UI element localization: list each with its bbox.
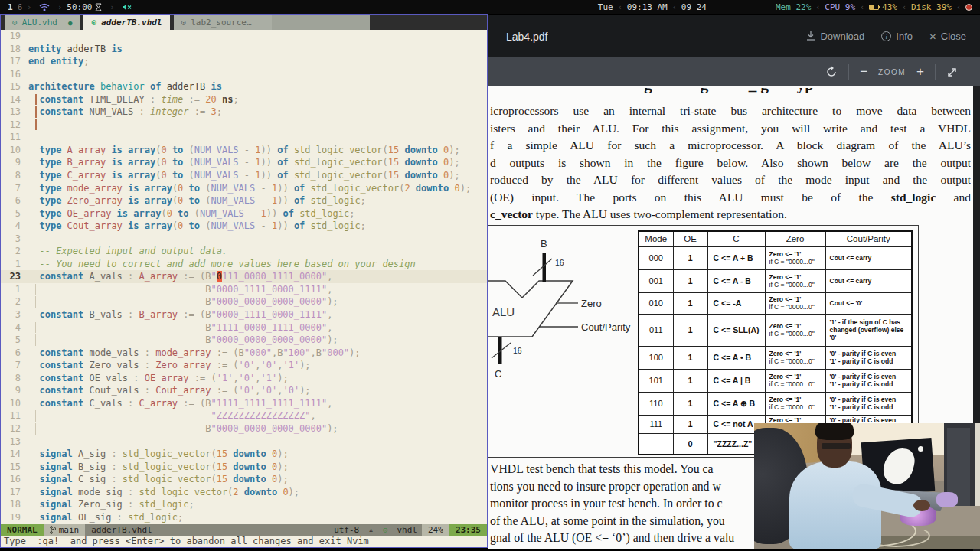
code-line[interactable]: 10 constant C_vals : C_array := (B"1111_… — [1, 397, 487, 410]
code-line[interactable]: 1 B"0000_1111_0000_1111", — [1, 283, 487, 296]
tabline-filler — [370, 15, 487, 30]
line-number: 14 — [2, 448, 28, 461]
code-line[interactable]: 4 B"1111_0000_1111_0000", — [1, 321, 487, 334]
line-number: 6 — [2, 347, 28, 360]
table-cell: Cout <= '0' — [825, 292, 912, 314]
code-line[interactable]: 10 type A_array is array(0 to (NUM_VALS … — [1, 144, 487, 157]
code-line[interactable]: 3 — [1, 233, 487, 246]
code-line[interactable]: 7 constant Zero_vals : Zero_array := ('0… — [1, 359, 487, 372]
code-line[interactable]: 11 "ZZZZZZZZZZZZZZZZ", — [1, 409, 487, 422]
file-encoding: utf-8 — [329, 524, 364, 536]
code-line[interactable]: 2 B"0000_0000_0000_0000"); — [1, 295, 487, 308]
table-row-mode-010: 0101C <= -AZero <= '1'if C = "0000...0"C… — [639, 292, 912, 314]
table-cell: C <= A • B — [707, 346, 765, 369]
code-line[interactable]: 16 — [1, 68, 487, 81]
workspace-other[interactable]: 6 — [18, 2, 23, 12]
separator: ‹ — [956, 3, 961, 11]
code-line[interactable]: 8 constant OE_vals : OE_array := ('1','0… — [1, 372, 487, 385]
code-line[interactable]: 15architecture behavior of adderTB is — [1, 80, 487, 93]
tab-alu-vhd[interactable]: ⊙ALU.vhd● — [5, 15, 80, 30]
code-line[interactable]: 14 constant TIME_DELAY : time := 20 ns; — [1, 93, 487, 106]
tab-label: adderTB.vhdl — [101, 18, 162, 28]
mute-icon[interactable] — [122, 3, 132, 11]
code-line[interactable]: 4 type Cout_array is array(0 to (NUM_VAL… — [1, 220, 487, 233]
table-cell: C <= A | B — [707, 369, 765, 392]
table-cell: '0' - parity if C is even'1' - parity if… — [825, 346, 912, 369]
editor-window: ⊙ALU.vhd●⊙adderTB.vhdl⊙lab2_source… 1918… — [0, 14, 488, 548]
table-cell: 1 — [673, 346, 707, 369]
indent-guide — [35, 334, 36, 346]
code-line[interactable]: 17end entity; — [1, 55, 487, 68]
code-line[interactable]: 5 type OE_array is array(0 to (NUM_VALS … — [1, 207, 487, 220]
filetype-label: vhdl — [393, 524, 423, 536]
line-number: 7 — [2, 182, 28, 195]
code-line[interactable]: 1 -- You need to correct and add more va… — [1, 258, 487, 271]
zoom-in-button[interactable]: + — [916, 64, 924, 80]
code-line[interactable]: 3 constant B_vals : B_array := (B"0000_1… — [1, 308, 487, 321]
record-icon[interactable] — [965, 4, 972, 11]
code-line[interactable]: 14 signal A_sig : std_logic_vector(15 do… — [1, 448, 487, 461]
command-line-message[interactable]: Type :qa! and press <Enter> to abandon a… — [1, 536, 487, 547]
zoom-out-button[interactable]: − — [860, 64, 867, 80]
line-number: 11 — [2, 131, 28, 144]
info-button[interactable]: i Info — [881, 31, 913, 42]
code-line[interactable]: 13 constant NUM_VALS : integer := 3; — [1, 106, 487, 119]
code-line[interactable]: 8 type C_array is array(0 to (NUM_VALS -… — [1, 169, 487, 182]
tab-lab2-source-[interactable]: ⊙lab2_source… — [174, 15, 272, 30]
code-line[interactable]: 16 signal C_sig : std_logic_vector(15 do… — [1, 473, 487, 486]
line-number: 10 — [2, 144, 28, 157]
code-line[interactable]: 9 type B_array is array(0 to (NUM_VALS -… — [1, 156, 487, 169]
code-line[interactable]: 9 constant Cout_vals : Cout_array := ('0… — [1, 384, 487, 397]
code-line[interactable]: 5 B"0000_0000_0000_0000"); — [1, 334, 487, 347]
code-line[interactable]: 6 constant mode_vals : mode_array := (B"… — [1, 347, 487, 360]
table-header-cell: Zero — [765, 231, 825, 246]
code-line[interactable]: 7 type mode_array is array(0 to (NUM_VAL… — [1, 182, 487, 195]
table-cell: 100 — [639, 346, 673, 369]
table-cell: C <= -A — [707, 292, 765, 314]
code-line[interactable]: 17 signal mode_sig : std_logic_vector(2 … — [1, 486, 487, 499]
code-line[interactable]: 12 B"0000_0000_0000_0000"); — [1, 422, 487, 435]
table-cell: '0' - parity if C is even'1' - parity if… — [825, 369, 912, 392]
code-line[interactable]: 15 signal B_sig : std_logic_vector(15 do… — [1, 461, 487, 474]
pdf-toolbar: − ZOOM + — [488, 57, 980, 86]
line-number: 17 — [2, 55, 28, 68]
workspace-active[interactable]: 1 — [8, 2, 13, 12]
code-line-current[interactable]: 23 constant A_vals : A_array := (B"0111_… — [1, 270, 487, 283]
code-line[interactable]: 18 signal Zero_sig : std_logic; — [1, 498, 487, 511]
close-button[interactable]: × Close — [929, 30, 966, 43]
table-cell: 101 — [639, 369, 673, 392]
modified-dot-icon: ● — [68, 19, 72, 27]
line-number: 12 — [2, 422, 28, 435]
stat-disk: Disk 39% — [911, 2, 952, 12]
table-cell: 011 — [639, 314, 673, 346]
table-cell: Zero <= '1'if C = "0000...0" — [765, 246, 825, 269]
code-buffer[interactable]: 1918entity adderTB is17end entity;1615ar… — [1, 30, 487, 524]
rotate-button[interactable] — [825, 66, 838, 78]
code-line[interactable]: 11 — [1, 131, 487, 144]
pdf-text-line: isters and their ALU. For this assignmen… — [490, 120, 971, 138]
code-line[interactable]: 2 -- Expected input and output data. — [1, 245, 487, 258]
line-number: 2 — [2, 295, 28, 308]
code-line[interactable]: 12 — [1, 119, 487, 132]
code-line[interactable]: 18entity adderTB is — [1, 43, 487, 56]
line-number: 12 — [2, 119, 28, 132]
tab-addertb-vhdl[interactable]: ⊙adderTB.vhdl — [83, 15, 169, 30]
table-cell: 1 — [673, 292, 707, 314]
date: 09-24 — [681, 2, 707, 12]
fullscreen-button[interactable] — [946, 67, 958, 78]
table-cell: C <= A + B — [707, 246, 765, 269]
download-button[interactable]: Download — [806, 31, 864, 42]
table-cell: 1 — [673, 246, 707, 269]
table-cell: 1 — [673, 269, 707, 292]
code-line[interactable]: 19 — [1, 30, 487, 43]
line-number: 15 — [2, 80, 28, 93]
code-line[interactable]: 13 — [1, 435, 487, 448]
table-row-mode-001: 0011C <= A - BZero <= '1'if C = "0000...… — [639, 269, 912, 292]
separator: › — [27, 3, 31, 11]
code-line[interactable]: 6 type Zero_array is array(0 to (NUM_VAL… — [1, 194, 487, 207]
line-number: 19 — [2, 511, 28, 524]
menubar-stats: Mem 22%‹CPU 9%‹43%‹Disk 39% — [776, 2, 952, 12]
table-cell: 001 — [639, 269, 673, 292]
table-header-cell: Cout/Parity — [825, 231, 912, 246]
code-line[interactable]: 19 signal OE_sig : std_logic; — [1, 511, 487, 524]
